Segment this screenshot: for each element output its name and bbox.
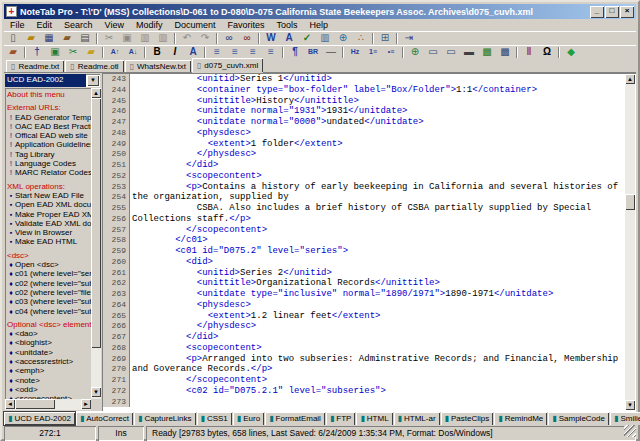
clipbook-item[interactable]: ♦c03 (where level="subseries") [7, 297, 91, 306]
clipbook-item[interactable]: !Application Guidelines [7, 140, 91, 149]
scroll-thumb[interactable] [15, 399, 55, 409]
editor-code[interactable]: <container type="box-folder" label="Box/… [130, 85, 625, 96]
editor-code[interactable]: <unitdate type="inclusive" normal="1890/… [130, 289, 625, 300]
exit-icon[interactable]: ⇥ [400, 32, 418, 45]
editor-code[interactable]: the organization, supplied by [130, 192, 625, 203]
editor-code[interactable]: <unittitle>History</unittitle> [130, 96, 625, 107]
italic-icon[interactable]: I [166, 46, 184, 59]
editor-code[interactable]: <unitdate normal="1931">1931</unitdate> [130, 106, 625, 117]
clipbook-vertical-scrollbar[interactable]: ▲ ▼ [91, 88, 101, 399]
clipbook-item[interactable]: ♦c04 (where level="subseries") [7, 307, 91, 316]
clipbook-tab-HTML[interactable]: ▮HTML [356, 412, 392, 425]
clipbook-item[interactable]: ♦<accessrestrict> [7, 357, 91, 366]
clipbook-item[interactable]: ▪Validate EAD XML document [7, 219, 91, 228]
editor-code[interactable]: <scopecontent> [130, 343, 625, 354]
align-center-icon[interactable]: ≡ [226, 46, 244, 59]
clipbook-item[interactable]: ▪Make Proper EAD XML [7, 210, 91, 219]
grow-font-icon[interactable]: A↑ [106, 46, 124, 59]
clipbook-item[interactable]: About this menu [7, 90, 91, 99]
editor-code[interactable]: <p>Arranged into two subseries: Adminstr… [130, 354, 625, 365]
editor-code[interactable]: <unittitle>Organizational Records</unitt… [130, 278, 625, 289]
scroll-left-icon[interactable]: ◄ [5, 399, 15, 409]
clip-wizard-icon[interactable]: ◆ [562, 46, 580, 59]
clipbook-item[interactable]: ▪Start New EAD File [7, 191, 91, 200]
clipbook-item[interactable]: ♦c02 (where level="fileitem") [7, 288, 91, 297]
editor-code[interactable]: <physdesc> [130, 128, 625, 139]
font-icon[interactable]: A [280, 32, 298, 45]
footprints-icon[interactable]: ∴ [352, 32, 370, 45]
bold-icon[interactable]: B [148, 46, 166, 59]
editor-code[interactable]: </physdesc> [130, 149, 625, 160]
image-map-icon[interactable]: ▩ [496, 46, 514, 59]
clipbook-library-dropdown[interactable]: UCD EAD-2002 ▼ [5, 74, 100, 87]
open-favorites-icon[interactable]: ▰ [58, 32, 76, 45]
clipbook-item[interactable]: ♦Open <dsc> [7, 260, 91, 269]
menu-help[interactable]: Help [304, 19, 335, 31]
new-clip-icon[interactable]: ▰ [82, 46, 100, 59]
tag-library-icon[interactable]: ‖ [520, 46, 538, 59]
horizontal-rule-icon[interactable]: — [322, 46, 340, 59]
editor-code[interactable]: <unitid>Series 2</unitid> [130, 268, 625, 279]
editor-code[interactable]: <scopecontent> [130, 171, 625, 182]
editor-code[interactable]: <extent>1.2 linear feet</extent> [130, 311, 625, 322]
editor-code[interactable]: and Goverance Records.</p> [130, 364, 625, 375]
preview-monitor-dark-icon[interactable]: ▬ [460, 46, 478, 59]
save-icon[interactable]: ▦ [40, 32, 58, 45]
editor-code[interactable]: </scopecontent> [130, 225, 625, 236]
web-link-icon[interactable]: ⊕ [406, 46, 424, 59]
editor-code[interactable]: <extent>1 folder</extent> [130, 139, 625, 150]
editor-code[interactable]: CSBA. Also includes a brief history of C… [130, 203, 625, 214]
align-justify-icon[interactable]: ≡ [262, 46, 280, 59]
paste-clip-icon[interactable]: ▣ [46, 46, 64, 59]
heading-icon[interactable]: Hz [346, 46, 364, 59]
numbered-list-icon[interactable]: 1≡ [364, 46, 382, 59]
editor-vertical-scrollbar[interactable]: ▲ ▼ [625, 74, 635, 410]
clipboard-icon[interactable]: ▥ [316, 32, 334, 45]
scroll-right-icon[interactable]: ► [81, 399, 91, 409]
doc-tab-WhatsNew.txt[interactable]: ▯WhatsNew.txt [125, 60, 191, 72]
preview-monitor-icon[interactable]: ▭ [424, 46, 442, 59]
open-clipbook-icon[interactable]: ▰ [4, 46, 22, 59]
clipbook-tab-FormatEmail[interactable]: ▮FormatEmail [265, 412, 325, 425]
scroll-down-icon[interactable]: ▼ [625, 400, 635, 410]
close-button[interactable]: × [620, 6, 634, 18]
clipbook-tab-HTML-ar[interactable]: ▮HTML-ar [394, 412, 440, 425]
clipbook-tab-CSS1[interactable]: ▮CSS1 [197, 412, 232, 425]
clipbook-item[interactable]: ♦<bioghist> [7, 338, 91, 347]
clipbook-item[interactable]: ♦c01 (where level="series") [7, 269, 91, 278]
new-document-icon[interactable]: ▯ [4, 32, 22, 45]
screen-capture-icon[interactable]: ⊞ [376, 32, 394, 45]
editor-code[interactable]: </c01> [130, 235, 625, 246]
menu-modify[interactable]: Modify [130, 19, 169, 31]
clipbook-item[interactable]: ▪Open EAD XML document [7, 200, 91, 209]
pilcrow-icon[interactable]: ¶ [286, 46, 304, 59]
editor-code[interactable]: </did> [130, 332, 625, 343]
clipbook-item[interactable]: ♦<note> [7, 376, 91, 385]
editor-code[interactable] [130, 397, 625, 408]
editor-code[interactable]: </did> [130, 160, 625, 171]
clipbook-tab-RemindMe[interactable]: ▮RemindMe [494, 412, 547, 425]
editor-code[interactable]: Collections staff.</p> [130, 214, 625, 225]
clipbook-tab-Euro[interactable]: ▮Euro [233, 412, 264, 425]
editor-code[interactable]: <unitdate normal="0000">undated</unitdat… [130, 117, 625, 128]
clipbook-item[interactable]: !MARC Relator Codes [7, 168, 91, 177]
menu-search[interactable]: Search [58, 19, 99, 31]
line-break-icon[interactable]: BR [304, 46, 322, 59]
clipbook-tab-SampleCode[interactable]: ▮SampleCode [548, 412, 609, 425]
clipbook-item[interactable]: !OAC EAD Best Practice [7, 122, 91, 131]
insert-text-icon[interactable]: † [28, 46, 46, 59]
editor-code[interactable]: <c02 id="D075.2.1" level="subseries"> [130, 386, 625, 397]
scroll-up-icon[interactable]: ▲ [91, 88, 101, 98]
editor-code[interactable]: <p>Contains a history of early beekeepin… [130, 182, 625, 193]
doc-tab-Readme.txt[interactable]: ▯Readme.txt [6, 60, 64, 72]
edit-clip-icon[interactable]: ✂ [64, 46, 82, 59]
spellcheck-icon[interactable]: ✓ [298, 32, 316, 45]
clipbook-horizontal-scrollbar[interactable]: ◄ ► [5, 399, 91, 410]
align-right-icon[interactable]: ≡ [244, 46, 262, 59]
editor-code[interactable]: <physdesc> [130, 300, 625, 311]
clipbook-item[interactable]: ▪Make EAD HTML [7, 237, 91, 246]
bullet-list-icon[interactable]: •≡ [382, 46, 400, 59]
send-to-word-icon[interactable]: W [262, 32, 280, 45]
clipbook-item[interactable]: ♦c02 (where level="subseries") [7, 279, 91, 288]
menu-document[interactable]: Document [168, 19, 221, 31]
